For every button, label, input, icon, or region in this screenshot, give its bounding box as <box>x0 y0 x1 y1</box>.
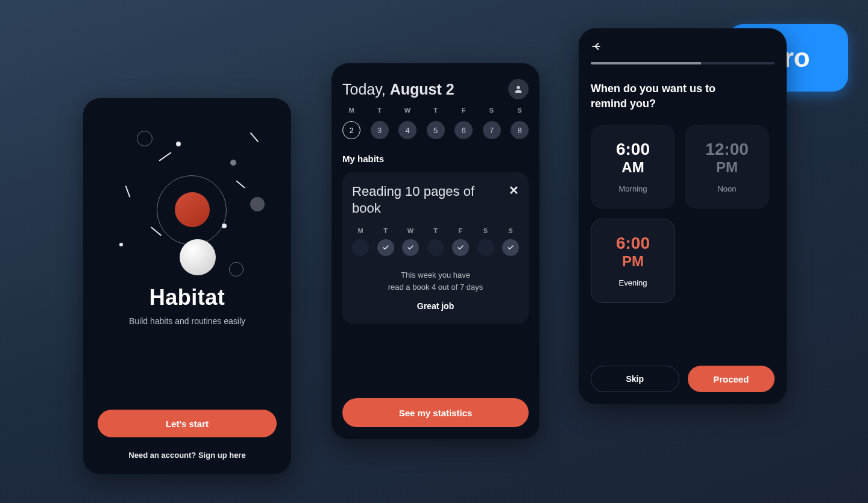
habit-day-done[interactable] <box>377 239 394 256</box>
planet-red-icon <box>175 192 210 227</box>
weekday-label: W <box>398 107 417 114</box>
moon-grey-icon <box>250 197 265 211</box>
streak-line-icon <box>151 227 162 236</box>
habit-day: S <box>477 227 494 256</box>
weekday-label: M <box>357 227 363 234</box>
weekday-labels: MTWTFSS <box>342 107 529 114</box>
app-title: Habitat <box>98 285 277 310</box>
habit-day: F <box>452 227 469 256</box>
today-date: August 2 <box>390 81 454 98</box>
close-icon[interactable]: ✕ <box>509 183 519 198</box>
reminder-slot-label: Noon <box>717 184 736 193</box>
habit-praise-text: Great job <box>352 301 519 311</box>
habit-day-done[interactable] <box>502 239 519 256</box>
habit-day: T <box>377 227 394 256</box>
ring-decor-icon <box>229 262 244 276</box>
habits-screen: Today, August 2 MTWTFSS 2345678 My habit… <box>332 63 539 439</box>
onboarding-progress <box>591 62 775 64</box>
svg-point-0 <box>517 86 520 89</box>
arrow-left-icon <box>591 40 603 52</box>
reminder-period: PM <box>716 159 738 176</box>
habit-title: Reading 10 pages of book <box>352 183 485 216</box>
weekday-label: S <box>508 227 512 234</box>
reminder-period: AM <box>621 159 644 176</box>
reminder-time-card[interactable]: 6:00PMEvening <box>591 219 675 303</box>
star-dot-icon <box>222 223 227 228</box>
weekday-label: S <box>511 107 529 114</box>
reminder-slot-label: Evening <box>619 278 647 287</box>
reminder-time-card[interactable]: 12:00PMNoon <box>685 125 769 209</box>
date-picker: 2345678 <box>342 121 529 139</box>
app-subtitle: Build habits and routines easily <box>98 316 277 326</box>
date-circle[interactable]: 4 <box>398 121 417 139</box>
weekday-label: T <box>433 227 438 234</box>
footer-actions: Skip Proceed <box>591 366 775 392</box>
planet-white-icon <box>180 239 216 275</box>
reminder-setup-screen: When do you want us to remind you? 6:00A… <box>579 28 787 404</box>
habit-week-progress: MTWTFSS <box>352 227 519 256</box>
date-circle[interactable]: 6 <box>454 121 473 139</box>
decorative-space-graphic <box>98 113 277 281</box>
habit-stats-text: This week you have read a book 4 out of … <box>352 269 519 293</box>
onboarding-screen: Habitat Build habits and routines easily… <box>83 98 291 474</box>
profile-button[interactable] <box>508 79 529 99</box>
back-button[interactable] <box>591 40 775 52</box>
today-prefix: Today, <box>342 81 390 98</box>
stats-line-1: This week you have <box>401 270 470 280</box>
signup-link[interactable]: Need an account? Sign up here <box>98 451 277 460</box>
star-dot-icon <box>176 142 181 146</box>
lets-start-button[interactable]: Let's start <box>98 410 277 437</box>
streak-line-icon <box>236 180 245 188</box>
habit-day-empty[interactable] <box>477 239 494 256</box>
habit-day: M <box>352 227 369 256</box>
habit-day-done[interactable] <box>402 239 419 256</box>
reminder-period: PM <box>622 253 644 270</box>
habit-day-empty[interactable] <box>352 239 369 256</box>
habit-day: T <box>427 227 444 256</box>
reminder-time: 6:00 <box>616 234 650 253</box>
reminder-time: 6:00 <box>616 140 650 159</box>
date-circle[interactable]: 5 <box>427 121 445 139</box>
see-statistics-button[interactable]: See my statistics <box>342 398 529 427</box>
weekday-label: T <box>371 107 389 114</box>
date-circle[interactable]: 3 <box>371 121 389 139</box>
my-habits-heading: My habits <box>342 154 529 164</box>
date-circle[interactable]: 8 <box>511 121 529 139</box>
weekday-label: S <box>483 107 501 114</box>
stats-line-2: read a book 4 out of 7 days <box>388 283 483 292</box>
reminder-question: When do you want us to remind you? <box>591 81 735 111</box>
reminder-slot-label: Morning <box>619 184 647 193</box>
today-header: Today, August 2 <box>342 79 529 99</box>
streak-line-icon <box>159 152 172 161</box>
habit-day-empty[interactable] <box>427 239 444 256</box>
skip-button[interactable]: Skip <box>591 366 679 392</box>
progress-fill <box>591 62 701 64</box>
streak-line-icon <box>250 133 259 143</box>
reminder-time-options: 6:00AMMorning12:00PMNoon6:00PMEvening <box>591 125 775 303</box>
habit-card: Reading 10 pages of book ✕ MTWTFSS This … <box>342 172 529 324</box>
weekday-label: F <box>454 107 473 114</box>
habit-day: W <box>402 227 419 256</box>
ring-decor-icon <box>137 131 153 146</box>
habit-day: S <box>502 227 519 256</box>
weekday-label: T <box>427 107 445 114</box>
streak-line-icon <box>125 186 131 197</box>
weekday-label: M <box>342 107 360 114</box>
weekday-label: S <box>483 227 488 234</box>
user-icon <box>514 84 523 94</box>
reminder-time: 12:00 <box>705 140 749 159</box>
star-dot-icon <box>230 160 236 166</box>
date-circle[interactable]: 2 <box>342 121 360 139</box>
date-circle[interactable]: 7 <box>483 121 501 139</box>
reminder-time-card[interactable]: 6:00AMMorning <box>591 125 675 209</box>
star-dot-icon <box>119 243 123 246</box>
weekday-label: T <box>383 227 388 234</box>
weekday-label: F <box>459 227 463 234</box>
weekday-label: W <box>407 227 414 234</box>
today-date-label: Today, August 2 <box>342 81 454 98</box>
proceed-button[interactable]: Proceed <box>688 366 775 392</box>
habit-day-done[interactable] <box>452 239 469 256</box>
